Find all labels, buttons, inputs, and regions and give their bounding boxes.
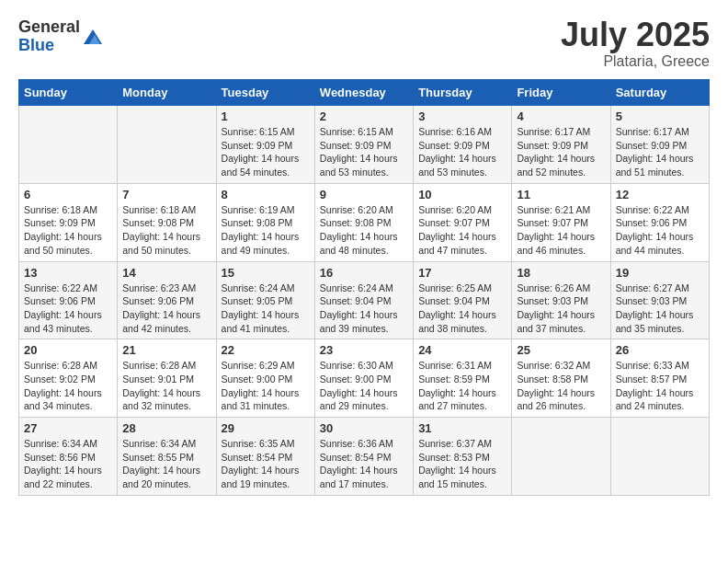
day-info: Sunrise: 6:34 AM Sunset: 8:55 PM Dayligh… bbox=[122, 437, 210, 491]
calendar-cell: 13Sunrise: 6:22 AM Sunset: 9:06 PM Dayli… bbox=[19, 261, 118, 339]
header-tuesday: Tuesday bbox=[216, 80, 314, 106]
day-number: 30 bbox=[320, 421, 408, 435]
calendar-week-5: 27Sunrise: 6:34 AM Sunset: 8:56 PM Dayli… bbox=[19, 418, 710, 496]
day-number: 20 bbox=[24, 343, 112, 357]
calendar-cell: 6Sunrise: 6:18 AM Sunset: 9:09 PM Daylig… bbox=[19, 183, 118, 261]
day-info: Sunrise: 6:36 AM Sunset: 8:54 PM Dayligh… bbox=[320, 437, 408, 491]
calendar-cell: 26Sunrise: 6:33 AM Sunset: 8:57 PM Dayli… bbox=[610, 339, 709, 418]
calendar-cell: 21Sunrise: 6:28 AM Sunset: 9:01 PM Dayli… bbox=[118, 339, 216, 418]
header-friday: Friday bbox=[512, 80, 610, 106]
day-number: 4 bbox=[517, 109, 605, 123]
header-thursday: Thursday bbox=[414, 80, 512, 106]
day-info: Sunrise: 6:29 AM Sunset: 9:00 PM Dayligh… bbox=[222, 359, 310, 413]
month-year: July 2025 bbox=[561, 18, 710, 52]
day-info: Sunrise: 6:28 AM Sunset: 9:01 PM Dayligh… bbox=[122, 359, 210, 413]
page-header: General Blue July 2025 Plataria, Greece bbox=[18, 18, 710, 70]
calendar-cell bbox=[118, 106, 216, 184]
calendar-cell: 10Sunrise: 6:20 AM Sunset: 9:07 PM Dayli… bbox=[414, 183, 512, 261]
day-number: 14 bbox=[122, 266, 210, 280]
calendar-cell: 16Sunrise: 6:24 AM Sunset: 9:04 PM Dayli… bbox=[314, 261, 413, 339]
day-number: 26 bbox=[616, 343, 704, 357]
day-number: 16 bbox=[320, 266, 408, 280]
calendar-cell: 8Sunrise: 6:19 AM Sunset: 9:08 PM Daylig… bbox=[216, 183, 314, 261]
header-wednesday: Wednesday bbox=[314, 80, 413, 106]
logo: General Blue bbox=[18, 18, 104, 55]
calendar-cell: 19Sunrise: 6:27 AM Sunset: 9:03 PM Dayli… bbox=[610, 261, 709, 339]
day-number: 3 bbox=[418, 109, 506, 123]
calendar-cell: 31Sunrise: 6:37 AM Sunset: 8:53 PM Dayli… bbox=[414, 418, 512, 496]
calendar-header-row: SundayMondayTuesdayWednesdayThursdayFrid… bbox=[19, 80, 710, 106]
calendar-cell: 3Sunrise: 6:16 AM Sunset: 9:09 PM Daylig… bbox=[414, 106, 512, 184]
day-number: 22 bbox=[222, 343, 310, 357]
calendar-cell: 14Sunrise: 6:23 AM Sunset: 9:06 PM Dayli… bbox=[118, 261, 216, 339]
day-number: 7 bbox=[122, 188, 210, 201]
day-info: Sunrise: 6:32 AM Sunset: 8:58 PM Dayligh… bbox=[517, 359, 605, 413]
day-info: Sunrise: 6:37 AM Sunset: 8:53 PM Dayligh… bbox=[418, 437, 506, 491]
calendar-cell: 9Sunrise: 6:20 AM Sunset: 9:08 PM Daylig… bbox=[314, 183, 413, 261]
day-number: 25 bbox=[517, 343, 605, 357]
day-info: Sunrise: 6:18 AM Sunset: 9:09 PM Dayligh… bbox=[24, 203, 112, 258]
day-number: 6 bbox=[24, 188, 112, 201]
header-sunday: Sunday bbox=[19, 80, 118, 106]
calendar-cell: 25Sunrise: 6:32 AM Sunset: 8:58 PM Dayli… bbox=[512, 339, 610, 418]
day-info: Sunrise: 6:23 AM Sunset: 9:06 PM Dayligh… bbox=[122, 282, 210, 336]
day-info: Sunrise: 6:17 AM Sunset: 9:09 PM Dayligh… bbox=[616, 125, 704, 179]
day-number: 9 bbox=[320, 188, 408, 201]
day-number: 28 bbox=[122, 421, 210, 435]
day-number: 13 bbox=[24, 266, 112, 280]
calendar-cell: 18Sunrise: 6:26 AM Sunset: 9:03 PM Dayli… bbox=[512, 261, 610, 339]
day-info: Sunrise: 6:20 AM Sunset: 9:08 PM Dayligh… bbox=[320, 203, 408, 258]
day-info: Sunrise: 6:28 AM Sunset: 9:02 PM Dayligh… bbox=[24, 359, 112, 413]
day-info: Sunrise: 6:20 AM Sunset: 9:07 PM Dayligh… bbox=[418, 203, 506, 258]
day-number: 31 bbox=[418, 421, 506, 435]
calendar-cell: 30Sunrise: 6:36 AM Sunset: 8:54 PM Dayli… bbox=[314, 418, 413, 496]
calendar-cell: 17Sunrise: 6:25 AM Sunset: 9:04 PM Dayli… bbox=[414, 261, 512, 339]
day-info: Sunrise: 6:27 AM Sunset: 9:03 PM Dayligh… bbox=[616, 282, 704, 336]
calendar-cell: 5Sunrise: 6:17 AM Sunset: 9:09 PM Daylig… bbox=[610, 106, 709, 184]
day-info: Sunrise: 6:35 AM Sunset: 8:54 PM Dayligh… bbox=[222, 437, 310, 491]
day-number: 8 bbox=[222, 188, 310, 201]
day-info: Sunrise: 6:15 AM Sunset: 9:09 PM Dayligh… bbox=[320, 125, 408, 179]
day-info: Sunrise: 6:30 AM Sunset: 9:00 PM Dayligh… bbox=[320, 359, 408, 413]
calendar-week-4: 20Sunrise: 6:28 AM Sunset: 9:02 PM Dayli… bbox=[19, 339, 710, 418]
calendar-table: SundayMondayTuesdayWednesdayThursdayFrid… bbox=[18, 79, 710, 496]
day-number: 11 bbox=[517, 188, 605, 201]
day-info: Sunrise: 6:15 AM Sunset: 9:09 PM Dayligh… bbox=[222, 125, 310, 179]
header-saturday: Saturday bbox=[610, 80, 709, 106]
calendar-cell: 7Sunrise: 6:18 AM Sunset: 9:08 PM Daylig… bbox=[118, 183, 216, 261]
calendar-cell: 29Sunrise: 6:35 AM Sunset: 8:54 PM Dayli… bbox=[216, 418, 314, 496]
calendar-cell: 24Sunrise: 6:31 AM Sunset: 8:59 PM Dayli… bbox=[414, 339, 512, 418]
day-info: Sunrise: 6:19 AM Sunset: 9:08 PM Dayligh… bbox=[222, 203, 310, 258]
day-info: Sunrise: 6:17 AM Sunset: 9:09 PM Dayligh… bbox=[517, 125, 605, 179]
calendar-cell bbox=[19, 106, 118, 184]
day-number: 2 bbox=[320, 109, 408, 123]
logo-icon bbox=[82, 26, 104, 48]
day-number: 17 bbox=[418, 266, 506, 280]
day-info: Sunrise: 6:24 AM Sunset: 9:05 PM Dayligh… bbox=[222, 282, 310, 336]
calendar-cell bbox=[512, 418, 610, 496]
calendar-cell: 11Sunrise: 6:21 AM Sunset: 9:07 PM Dayli… bbox=[512, 183, 610, 261]
location: Plataria, Greece bbox=[561, 53, 710, 70]
calendar-week-2: 6Sunrise: 6:18 AM Sunset: 9:09 PM Daylig… bbox=[19, 183, 710, 261]
day-number: 29 bbox=[222, 421, 310, 435]
day-number: 21 bbox=[122, 343, 210, 357]
day-info: Sunrise: 6:26 AM Sunset: 9:03 PM Dayligh… bbox=[517, 282, 605, 336]
day-number: 18 bbox=[517, 266, 605, 280]
day-info: Sunrise: 6:31 AM Sunset: 8:59 PM Dayligh… bbox=[418, 359, 506, 413]
title-section: July 2025 Plataria, Greece bbox=[561, 18, 710, 70]
header-monday: Monday bbox=[118, 80, 216, 106]
day-info: Sunrise: 6:16 AM Sunset: 9:09 PM Dayligh… bbox=[418, 125, 506, 179]
calendar-cell: 28Sunrise: 6:34 AM Sunset: 8:55 PM Dayli… bbox=[118, 418, 216, 496]
calendar-cell: 1Sunrise: 6:15 AM Sunset: 9:09 PM Daylig… bbox=[216, 106, 314, 184]
calendar-cell: 4Sunrise: 6:17 AM Sunset: 9:09 PM Daylig… bbox=[512, 106, 610, 184]
day-info: Sunrise: 6:25 AM Sunset: 9:04 PM Dayligh… bbox=[418, 282, 506, 336]
day-number: 1 bbox=[222, 109, 310, 123]
day-number: 19 bbox=[616, 266, 704, 280]
day-number: 23 bbox=[320, 343, 408, 357]
day-number: 12 bbox=[616, 188, 704, 201]
day-number: 27 bbox=[24, 421, 112, 435]
day-info: Sunrise: 6:33 AM Sunset: 8:57 PM Dayligh… bbox=[616, 359, 704, 413]
calendar-cell: 27Sunrise: 6:34 AM Sunset: 8:56 PM Dayli… bbox=[19, 418, 118, 496]
calendar-cell: 20Sunrise: 6:28 AM Sunset: 9:02 PM Dayli… bbox=[19, 339, 118, 418]
day-number: 15 bbox=[222, 266, 310, 280]
